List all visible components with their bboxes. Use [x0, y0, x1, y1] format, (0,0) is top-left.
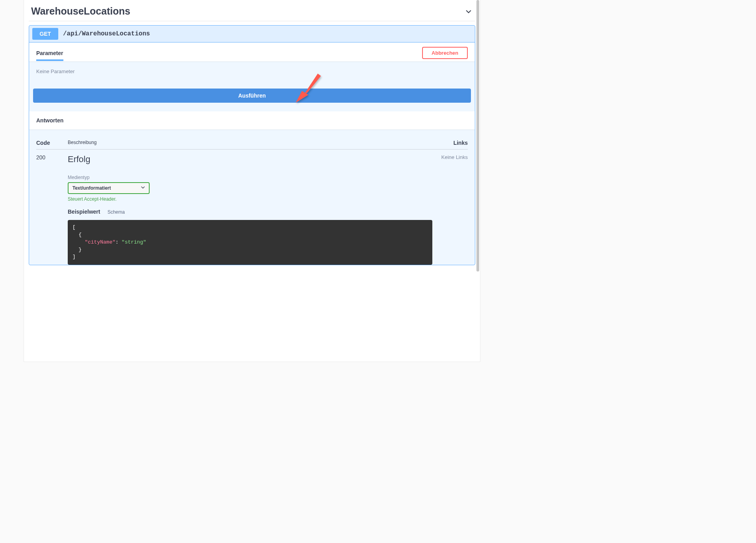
response-description: Erfolg: [68, 154, 432, 164]
tag-header[interactable]: WarehouseLocations: [29, 0, 475, 21]
responses-table: Code Beschreibung Links 200 Erfolg Medie…: [29, 129, 475, 265]
cancel-button[interactable]: Abbrechen: [422, 47, 468, 59]
col-header-code: Code: [36, 140, 68, 146]
media-type-label: Medientyp: [68, 175, 432, 180]
execute-button[interactable]: Ausführen: [33, 89, 471, 103]
example-code-block: [ { "cityName": "string" } ]: [68, 220, 432, 265]
response-code: 200: [36, 154, 68, 265]
media-type-select[interactable]: Text/unformatiert: [68, 182, 150, 194]
responses-header: Antworten: [29, 111, 475, 129]
tab-schema[interactable]: Schema: [107, 209, 125, 215]
col-header-description: Beschreibung: [68, 140, 432, 146]
col-header-links: Links: [432, 140, 468, 146]
operation-summary[interactable]: GET /api/WarehouseLocations: [29, 26, 475, 42]
parameters-header: Parameter Abbrechen: [29, 42, 475, 61]
scrollbar-thumb[interactable]: [476, 0, 479, 272]
tag-title: WarehouseLocations: [31, 6, 130, 17]
vertical-scrollbar[interactable]: [476, 0, 479, 362]
operation-block: GET /api/WarehouseLocations Parameter Ab…: [29, 25, 475, 265]
tab-parameters[interactable]: Parameter: [36, 47, 63, 61]
responses-title: Antworten: [36, 117, 63, 124]
chevron-down-icon[interactable]: [464, 7, 473, 16]
tab-example-value[interactable]: Beispielwert: [68, 209, 100, 215]
response-links: Keine Links: [432, 154, 468, 265]
endpoint-path: /api/WarehouseLocations: [63, 30, 150, 37]
http-method-badge: GET: [32, 28, 58, 40]
no-parameters-text: Keine Parameter: [36, 68, 468, 74]
response-row: 200 Erfolg Medientyp Text/unformatiert: [36, 150, 468, 265]
accept-header-note: Steuert Accept-Header.: [68, 196, 432, 202]
